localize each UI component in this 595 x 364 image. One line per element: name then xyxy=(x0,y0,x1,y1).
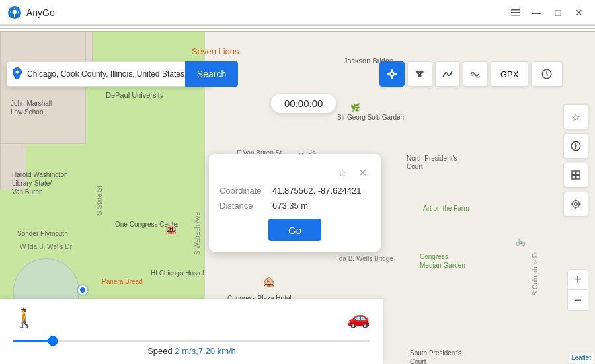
history-button[interactable] xyxy=(531,61,563,87)
svg-point-4 xyxy=(390,72,394,76)
svg-rect-1 xyxy=(511,9,520,11)
right-compass-button[interactable] xyxy=(563,133,588,159)
center-map-button[interactable] xyxy=(379,61,405,87)
road-h-7 xyxy=(0,25,595,29)
zoom-in-button[interactable]: + xyxy=(567,269,588,290)
window-controls: — □ ✕ xyxy=(508,5,587,20)
svg-rect-2 xyxy=(511,12,520,13)
map-toolbar: GPX xyxy=(379,61,563,87)
timer-value: 00:00:00 xyxy=(284,98,323,109)
scatter-points-button[interactable] xyxy=(407,61,432,87)
info-popup: ☆ ✕ Coordinate 41.875562, -87.624421 Dis… xyxy=(209,154,381,252)
hamburger-button[interactable] xyxy=(508,5,524,20)
speed-slider[interactable] xyxy=(13,340,370,342)
svg-point-23 xyxy=(573,201,580,208)
transport-bar: 🚶 🚗 Speed 2 m/s,7.20 km/h xyxy=(0,299,383,364)
map-pin-hotel: 🏨 xyxy=(165,223,177,234)
zoom-out-button[interactable]: − xyxy=(567,290,588,311)
popup-star-button[interactable]: ☆ xyxy=(335,164,350,180)
svg-point-0 xyxy=(13,10,17,14)
search-bar[interactable]: Chicago, Cook County, Illinois, United S… xyxy=(7,61,212,87)
app-title: AnyGo xyxy=(26,7,508,18)
titlebar: AnyGo — □ ✕ xyxy=(0,0,595,25)
map-pin-7: 🌿 xyxy=(350,103,360,112)
popup-close-button[interactable]: ✕ xyxy=(354,164,370,180)
svg-rect-3 xyxy=(511,15,520,16)
map-pin-hotel-2: 🏨 xyxy=(263,276,274,287)
right-star-button[interactable]: ☆ xyxy=(563,104,588,129)
svg-rect-21 xyxy=(572,176,575,179)
svg-point-24 xyxy=(575,203,578,206)
distance-label: Distance xyxy=(219,201,272,211)
search-button[interactable]: Search xyxy=(185,61,238,87)
close-button[interactable]: ✕ xyxy=(571,5,587,20)
coordinate-value: 41.875562, -87.624421 xyxy=(272,186,361,196)
svg-rect-19 xyxy=(572,171,575,174)
maximize-button[interactable]: □ xyxy=(550,5,566,20)
app-logo xyxy=(8,6,21,19)
transport-mode-icons: 🚶 🚗 xyxy=(13,307,370,329)
popup-header: ☆ ✕ xyxy=(219,164,370,180)
leaflet-attribution: Leaflet xyxy=(569,353,594,363)
waypoint-button[interactable] xyxy=(463,61,488,87)
route-button[interactable] xyxy=(435,61,460,87)
gpx-button[interactable]: GPX xyxy=(491,61,528,87)
svg-rect-20 xyxy=(576,171,580,174)
location-dot xyxy=(78,285,87,295)
distance-value: 673.35 m xyxy=(272,201,308,211)
speed-value: 2 m/s,7.20 km/h xyxy=(175,346,235,356)
location-icon xyxy=(13,67,22,81)
coordinate-label: Coordinate xyxy=(219,186,272,196)
right-sidebar: ☆ xyxy=(563,104,588,217)
distance-row: Distance 673.35 m xyxy=(219,201,370,211)
timer-popup: 00:00:00 xyxy=(271,94,336,113)
right-target-button[interactable] xyxy=(563,192,588,217)
svg-marker-18 xyxy=(575,142,577,150)
car-icon[interactable]: 🚗 xyxy=(347,307,370,329)
speed-text: Speed 2 m/s,7.20 km/h xyxy=(13,346,370,356)
coordinate-row: Coordinate 41.875562, -87.624421 xyxy=(219,186,370,196)
right-layers-button[interactable] xyxy=(563,163,588,188)
search-input-text: Chicago, Cook County, Illinois, United S… xyxy=(27,69,195,79)
walk-icon[interactable]: 🚶 xyxy=(13,307,36,329)
minimize-button[interactable]: — xyxy=(529,5,545,20)
go-button[interactable]: Go xyxy=(268,219,321,241)
zoom-controls: + − xyxy=(567,269,588,311)
map-pin-3: 🚲 xyxy=(516,237,526,246)
leaflet-link[interactable]: Leaflet xyxy=(571,354,591,361)
map-container[interactable]: Seven Lions Jackson Bridge DePaul Univer… xyxy=(0,25,595,364)
svg-rect-22 xyxy=(576,176,580,179)
